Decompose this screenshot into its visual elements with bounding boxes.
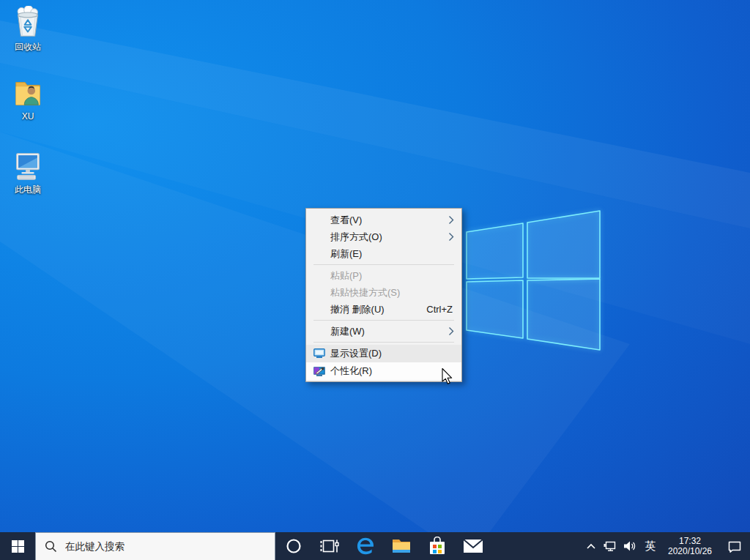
speaker-icon — [623, 540, 636, 552]
menu-item-undo-delete[interactable]: 撤消 删除(U) Ctrl+Z — [306, 301, 461, 318]
desktop[interactable]: 回收站 XU 此电脑 查看(V) — [0, 0, 750, 560]
file-explorer-icon — [392, 538, 411, 554]
task-view-button[interactable] — [311, 532, 347, 560]
taskbar-empty-area — [491, 532, 582, 560]
ime-language-indicator[interactable]: 英 — [640, 532, 661, 560]
windows-start-icon — [12, 540, 24, 553]
volume-button[interactable] — [620, 532, 640, 560]
submenu-chevron-icon — [448, 232, 456, 242]
personalization-icon — [313, 365, 330, 377]
start-button[interactable] — [0, 532, 35, 560]
menu-item-icon-slot — [313, 287, 330, 299]
desktop-icon-this-pc[interactable]: 此电脑 — [0, 149, 56, 195]
action-center-icon — [727, 539, 742, 553]
menu-item-icon-slot — [313, 214, 330, 226]
user-folder-icon — [11, 75, 45, 109]
menu-separator — [313, 264, 454, 265]
network-icon — [604, 540, 617, 552]
menu-item-label: 刷新(E) — [330, 247, 456, 261]
submenu-chevron-icon — [448, 215, 456, 225]
menu-item-paste-shortcut: 粘贴快捷方式(S) — [306, 284, 461, 301]
menu-item-label: 个性化(R) — [330, 365, 456, 378]
menu-item-refresh[interactable]: 刷新(E) — [306, 245, 461, 262]
mail-button[interactable] — [455, 532, 491, 560]
cortana-button[interactable] — [275, 532, 311, 560]
menu-item-display-settings[interactable]: 显示设置(D) — [306, 345, 461, 362]
chevron-up-icon — [586, 543, 596, 550]
menu-item-label: 粘贴快捷方式(S) — [330, 286, 456, 299]
menu-item-label: 查看(V) — [330, 214, 448, 227]
taskbar-search-box[interactable] — [35, 532, 275, 560]
menu-item-paste: 粘贴(P) — [306, 267, 461, 284]
store-button[interactable] — [419, 532, 455, 560]
desktop-icon-recycle-bin[interactable]: 回收站 — [0, 6, 56, 52]
submenu-chevron-icon — [448, 326, 456, 336]
menu-item-icon-slot — [313, 304, 330, 316]
file-explorer-button[interactable] — [383, 532, 419, 560]
display-settings-icon — [313, 348, 330, 359]
system-tray: 英 17:32 2020/10/26 — [582, 532, 750, 560]
tray-time: 17:32 — [668, 536, 712, 546]
edge-icon — [355, 536, 376, 556]
menu-separator — [313, 320, 454, 321]
menu-item-icon-slot — [313, 270, 330, 282]
desktop-context-menu: 查看(V) 排序方式(O) 刷新(E) 粘贴(P) 粘贴快捷方式(S) — [305, 208, 462, 382]
menu-item-label: 排序方式(O) — [330, 231, 448, 244]
network-button[interactable] — [601, 532, 620, 560]
tray-date: 2020/10/26 — [668, 546, 712, 556]
edge-button[interactable] — [347, 532, 383, 560]
this-pc-icon — [11, 149, 45, 182]
menu-item-label: 粘贴(P) — [330, 269, 456, 283]
task-view-icon — [320, 537, 339, 555]
menu-item-label: 显示设置(D) — [330, 347, 456, 360]
menu-item-icon-slot — [313, 231, 330, 243]
recycle-bin-icon — [11, 6, 45, 40]
menu-item-view[interactable]: 查看(V) — [306, 212, 461, 228]
menu-item-icon-slot — [313, 326, 330, 337]
desktop-icon-label: 回收站 — [0, 42, 56, 52]
search-icon — [45, 540, 57, 553]
menu-item-new[interactable]: 新建(W) — [306, 323, 461, 340]
cortana-icon — [285, 537, 302, 555]
action-center-button[interactable] — [719, 532, 750, 560]
windows-logo-graphic — [461, 205, 608, 359]
desktop-icon-label: 此电脑 — [0, 184, 56, 195]
menu-item-personalize[interactable]: 个性化(R) — [306, 362, 461, 380]
taskbar: 英 17:32 2020/10/26 — [0, 532, 750, 560]
menu-item-sort-by[interactable]: 排序方式(O) — [306, 228, 461, 245]
clock[interactable]: 17:32 2020/10/26 — [661, 532, 719, 560]
menu-item-shortcut: Ctrl+Z — [426, 304, 456, 315]
menu-item-label: 撤消 删除(U) — [330, 303, 426, 316]
menu-separator — [313, 342, 454, 343]
menu-item-label: 新建(W) — [330, 325, 448, 338]
hidden-icons-button[interactable] — [582, 532, 601, 560]
mail-icon — [463, 539, 483, 553]
search-input[interactable] — [64, 540, 242, 553]
menu-item-icon-slot — [313, 248, 330, 260]
desktop-icon-label: XU — [0, 111, 56, 122]
microsoft-store-icon — [428, 537, 446, 556]
desktop-icon-user-folder[interactable]: XU — [0, 75, 56, 122]
